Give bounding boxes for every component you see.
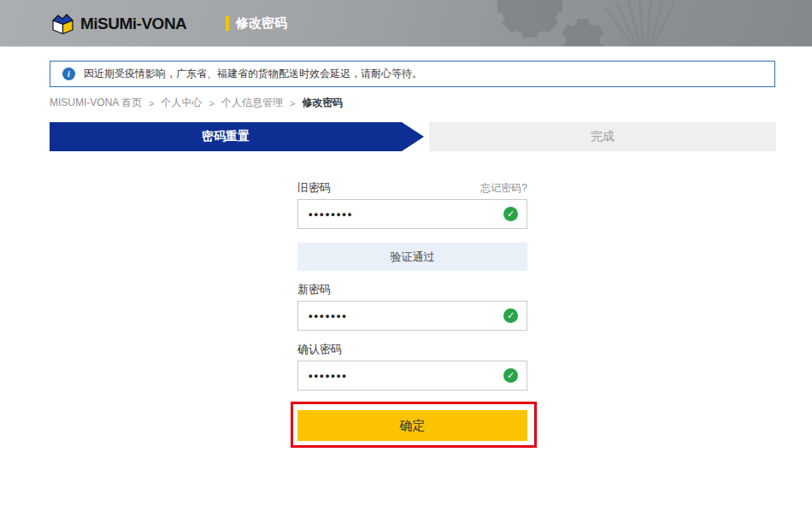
old-password-value: ••••••••	[309, 208, 353, 220]
breadcrumb-profile-management[interactable]: 个人信息管理	[221, 96, 283, 110]
shipping-notice-banner: i 因近期受疫情影响，广东省、福建省的货物配送时效会延迟，请耐心等待。	[50, 61, 775, 87]
new-password-label: 新密码	[297, 282, 331, 297]
step-password-reset: 密码重置	[50, 122, 402, 151]
breadcrumb-personal-center[interactable]: 个人中心	[161, 96, 202, 110]
old-password-input[interactable]: •••••••• ✓	[297, 199, 527, 229]
breadcrumb-separator: >	[209, 98, 214, 109]
old-password-label-row: 旧密码 忘记密码?	[297, 180, 527, 196]
logo-cube-icon	[51, 13, 74, 34]
notice-text: 因近期受疫情影响，广东省、福建省的货物配送时效会延迟，请耐心等待。	[84, 67, 422, 81]
gears-decoration-icon	[453, 0, 701, 47]
step-password-reset-label: 密码重置	[202, 129, 250, 144]
app-header: MiSUMi-VONA 修改密码	[0, 0, 812, 47]
submit-button[interactable]: 确定	[297, 410, 527, 441]
progress-steps: 完成 密码重置	[50, 122, 776, 151]
new-password-valid-check-icon: ✓	[503, 308, 518, 323]
old-password-label: 旧密码	[297, 180, 331, 196]
step-complete-label: 完成	[591, 129, 615, 144]
confirm-password-value: •••••••	[309, 369, 348, 382]
old-password-valid-check-icon: ✓	[503, 207, 518, 221]
breadcrumb-current: 修改密码	[302, 96, 343, 110]
breadcrumb-separator: >	[149, 98, 154, 109]
title-accent-bar	[226, 16, 229, 31]
page-title: 修改密码	[236, 15, 287, 32]
change-password-page: MiSUMi-VONA 修改密码 i 因近期受疫情影响，广东省、福建省的货物配送…	[0, 0, 812, 505]
forgot-password-link[interactable]: 忘记密码?	[480, 181, 527, 196]
confirm-password-input[interactable]: ••••••• ✓	[297, 361, 527, 390]
logo-text: MiSUMi-VONA	[80, 15, 186, 33]
misumi-vona-logo[interactable]: MiSUMi-VONA	[51, 0, 186, 47]
confirm-password-label: 确认密码	[297, 342, 342, 357]
verify-passed-button[interactable]: 验证通过	[297, 243, 527, 271]
breadcrumb-separator: >	[290, 98, 295, 109]
breadcrumb-home[interactable]: MISUMI-VONA 首页	[50, 96, 142, 110]
step-complete: 完成	[429, 122, 776, 151]
new-password-input[interactable]: ••••••• ✓	[297, 301, 527, 331]
header-title-group: 修改密码	[226, 0, 287, 47]
breadcrumb: MISUMI-VONA 首页 > 个人中心 > 个人信息管理 > 修改密码	[50, 96, 343, 110]
confirm-password-valid-check-icon: ✓	[503, 368, 518, 383]
new-password-value: •••••••	[309, 309, 348, 322]
info-icon: i	[62, 68, 75, 80]
